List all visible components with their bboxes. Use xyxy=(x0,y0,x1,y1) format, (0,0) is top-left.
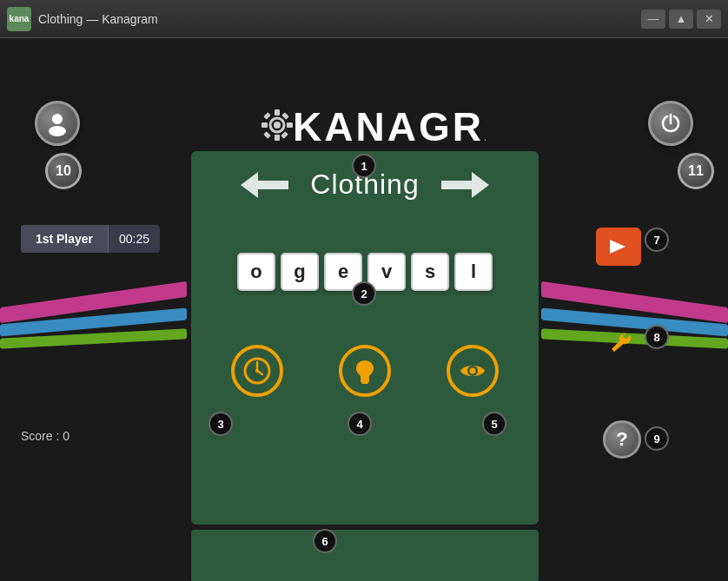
answer-area[interactable] xyxy=(191,530,539,581)
app-icon-text: kana xyxy=(10,14,30,23)
app-icon: kana xyxy=(7,7,31,31)
player-info: 1st Player 00:25 xyxy=(21,225,160,253)
game-container: 10 11 xyxy=(0,38,728,581)
svg-rect-6 xyxy=(275,135,280,141)
badge-8: 8 xyxy=(645,325,669,349)
score-left-badge: 10 xyxy=(45,153,82,189)
score-right-badge: 11 xyxy=(678,153,714,189)
svg-rect-8 xyxy=(287,122,293,128)
svg-point-1 xyxy=(49,126,66,136)
svg-marker-14 xyxy=(241,172,288,198)
svg-point-0 xyxy=(52,114,63,124)
svg-point-4 xyxy=(274,122,281,129)
minimize-button[interactable]: — xyxy=(641,10,665,29)
badge-3: 3 xyxy=(208,412,233,436)
badge-6: 6 xyxy=(313,529,337,553)
reveal-button[interactable] xyxy=(445,343,500,399)
help-button[interactable]: ? xyxy=(603,420,641,459)
badge-1-text: 1 xyxy=(361,160,367,173)
window-title: Clothing — Kanagram xyxy=(38,12,158,26)
titlebar-left: kana Clothing — Kanagram xyxy=(7,7,158,31)
svg-marker-24 xyxy=(610,240,625,254)
player-timer: 00:25 xyxy=(108,225,160,253)
clock-hint-button[interactable] xyxy=(229,343,285,399)
game-board: Clothing ogevsl xyxy=(191,151,539,525)
badge-5-text: 5 xyxy=(491,418,497,431)
svg-rect-9 xyxy=(263,112,270,119)
score-display: Score : 0 xyxy=(21,429,69,443)
maximize-button[interactable]: ▲ xyxy=(669,10,693,29)
svg-rect-5 xyxy=(275,109,280,116)
hint-button[interactable] xyxy=(337,343,393,399)
svg-line-19 xyxy=(257,371,262,374)
svg-rect-7 xyxy=(261,122,268,128)
badge-4: 4 xyxy=(347,412,372,436)
wrench-button[interactable] xyxy=(603,325,641,363)
badge-2-text: 2 xyxy=(361,287,367,300)
badge-7: 7 xyxy=(645,228,669,252)
player-name: 1st Player xyxy=(21,225,108,253)
svg-marker-15 xyxy=(441,172,489,198)
badge-9-text: 9 xyxy=(653,432,659,446)
lightbulb-icon xyxy=(339,345,391,397)
letter-tile[interactable]: g xyxy=(281,253,319,291)
svg-rect-11 xyxy=(263,131,270,138)
next-button[interactable] xyxy=(596,228,641,266)
close-button[interactable]: ✕ xyxy=(697,10,721,29)
badge-9: 9 xyxy=(645,426,669,451)
hints-row xyxy=(229,343,500,399)
badge-3-text: 3 xyxy=(217,418,223,431)
app-logo: KANAGRAM xyxy=(242,99,486,155)
score-right-value: 11 xyxy=(688,163,704,179)
svg-text:KANAGRAM: KANAGRAM xyxy=(293,104,486,149)
badge-1: 1 xyxy=(352,154,376,178)
clock-icon xyxy=(231,345,283,397)
svg-rect-21 xyxy=(361,382,368,384)
score-left-value: 10 xyxy=(56,163,71,179)
svg-point-23 xyxy=(470,368,476,374)
badge-5: 5 xyxy=(482,412,506,436)
badge-6-text: 6 xyxy=(321,535,328,548)
next-category-button[interactable] xyxy=(437,172,489,198)
badge-7-text: 7 xyxy=(653,234,659,247)
svg-rect-10 xyxy=(281,131,288,138)
player-button[interactable] xyxy=(35,101,80,146)
power-button[interactable] xyxy=(648,101,693,146)
svg-rect-20 xyxy=(361,380,369,382)
letter-tile[interactable]: o xyxy=(237,253,275,291)
eye-icon xyxy=(447,345,499,397)
badge-8-text: 8 xyxy=(653,331,659,344)
badge-2: 2 xyxy=(352,281,376,306)
svg-rect-12 xyxy=(281,112,288,119)
letter-tile[interactable]: l xyxy=(454,253,493,291)
prev-category-button[interactable] xyxy=(241,172,293,198)
letter-tile[interactable]: s xyxy=(411,253,449,291)
badge-4-text: 4 xyxy=(356,418,362,431)
titlebar: kana Clothing — Kanagram — ▲ ✕ xyxy=(0,0,728,38)
window-controls: — ▲ ✕ xyxy=(641,10,721,29)
